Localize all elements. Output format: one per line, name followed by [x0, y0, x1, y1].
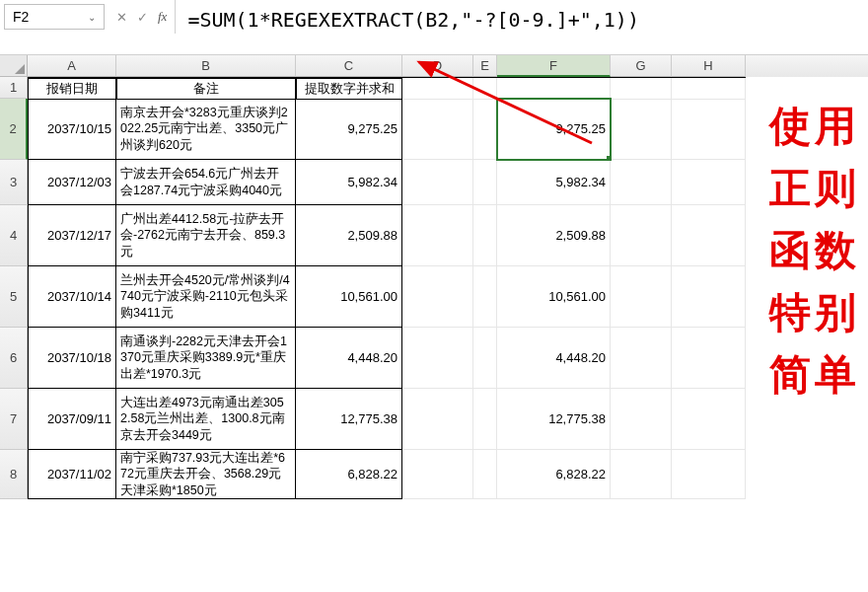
col-header-D[interactable]: D	[402, 55, 473, 77]
formula-bar-row: F2 ⌄ ✕ ✓ fx =SUM(1*REGEXEXTRACT(B2,"-?[0…	[0, 0, 868, 55]
cell-E6[interactable]	[473, 328, 497, 389]
row-headers: 12345678	[0, 77, 28, 499]
column-headers-row: A B C D E F G H	[0, 55, 868, 77]
cell-B5[interactable]: 兰州去开会4520元/常州谈判/4740元宁波采购-2110元包头采购3411元	[116, 266, 296, 328]
cell-F2[interactable]: 9,275.25	[497, 99, 611, 160]
cell-C3[interactable]: 5,982.34	[296, 160, 402, 205]
cell-A5[interactable]: 2037/10/14	[28, 266, 116, 328]
cell-A7[interactable]: 2037/09/11	[28, 389, 116, 450]
cell-C5[interactable]: 10,561.00	[296, 266, 402, 328]
cell-D2[interactable]	[402, 99, 473, 160]
chevron-down-icon[interactable]: ⌄	[88, 12, 96, 23]
cell-H8[interactable]	[672, 450, 746, 499]
row-header-8[interactable]: 8	[0, 450, 28, 499]
cell-G3[interactable]	[611, 160, 672, 205]
cell-B1[interactable]: 备注	[116, 78, 296, 100]
cell-F3[interactable]: 5,982.34	[497, 160, 611, 205]
cell-E2[interactable]	[473, 99, 497, 160]
cell-C1[interactable]: 提取数字并求和	[296, 78, 402, 100]
cell-B3[interactable]: 宁波去开会654.6元广州去开会1287.74元宁波采购4040元	[116, 160, 296, 205]
confirm-formula-icon[interactable]: ✓	[135, 10, 150, 25]
table-row: 2037/12/17广州出差4412.58元-拉萨去开会-2762元南宁去开会、…	[28, 205, 746, 266]
cell-D1[interactable]	[402, 78, 473, 100]
cell-H1[interactable]	[672, 78, 746, 100]
cell-E7[interactable]	[473, 389, 497, 450]
cell-C4[interactable]: 2,509.88	[296, 205, 402, 266]
row-header-7[interactable]: 7	[0, 389, 28, 450]
col-header-C[interactable]: C	[296, 55, 402, 77]
cell-C6[interactable]: 4,448.20	[296, 328, 402, 389]
col-header-E[interactable]: E	[473, 55, 497, 77]
cell-H2[interactable]	[672, 99, 746, 160]
cell-B4[interactable]: 广州出差4412.58元-拉萨去开会-2762元南宁去开会、859.3元	[116, 205, 296, 266]
cell-H5[interactable]	[672, 266, 746, 328]
cell-B2[interactable]: 南京去开会*3283元重庆谈判2022.25元南宁出差、3350元广州谈判620…	[116, 99, 296, 160]
cell-C7[interactable]: 12,775.38	[296, 389, 402, 450]
cell-E1[interactable]	[473, 78, 497, 100]
cell-G8[interactable]	[611, 450, 672, 499]
col-header-F[interactable]: F	[497, 55, 611, 77]
cell-F5[interactable]: 10,561.00	[497, 266, 611, 328]
cells-container: 报销日期备注提取数字并求和2037/10/15南京去开会*3283元重庆谈判20…	[28, 77, 746, 499]
row-header-4[interactable]: 4	[0, 205, 28, 266]
name-box[interactable]: F2 ⌄	[4, 4, 105, 30]
row-header-6[interactable]: 6	[0, 328, 28, 389]
cell-D5[interactable]	[402, 266, 473, 328]
cell-D3[interactable]	[402, 160, 473, 205]
name-box-value: F2	[13, 9, 29, 25]
cell-D7[interactable]	[402, 389, 473, 450]
cell-A8[interactable]: 2037/11/02	[28, 450, 116, 499]
cell-H3[interactable]	[672, 160, 746, 205]
cell-B8[interactable]: 南宁采购737.93元大连出差*672元重庆去开会、3568.29元天津采购*1…	[116, 450, 296, 499]
cell-F7[interactable]: 12,775.38	[497, 389, 611, 450]
col-header-H[interactable]: H	[672, 55, 746, 77]
cell-G5[interactable]	[611, 266, 672, 328]
table-row: 2037/10/18南通谈判-2282元天津去开会1370元重庆采购3389.9…	[28, 328, 746, 389]
cell-A3[interactable]: 2037/12/03	[28, 160, 116, 205]
cell-H4[interactable]	[672, 205, 746, 266]
cell-A2[interactable]: 2037/10/15	[28, 99, 116, 160]
cell-G4[interactable]	[611, 205, 672, 266]
row-header-3[interactable]: 3	[0, 160, 28, 205]
cell-D6[interactable]	[402, 328, 473, 389]
col-header-A[interactable]: A	[28, 55, 116, 77]
cell-D4[interactable]	[402, 205, 473, 266]
formula-text: =SUM(1*REGEXEXTRACT(B2,"-?[0-9.]+",1))	[187, 6, 639, 34]
cell-F8[interactable]: 6,828.22	[497, 450, 611, 499]
cell-E3[interactable]	[473, 160, 497, 205]
row-header-1[interactable]: 1	[0, 77, 28, 99]
fx-icon[interactable]: fx	[156, 9, 169, 25]
cell-C2[interactable]: 9,275.25	[296, 99, 402, 160]
cell-C8[interactable]: 6,828.22	[296, 450, 402, 499]
table-row: 2037/10/15南京去开会*3283元重庆谈判2022.25元南宁出差、33…	[28, 99, 746, 160]
cell-F1[interactable]	[497, 78, 611, 100]
cell-G6[interactable]	[611, 328, 672, 389]
cell-H6[interactable]	[672, 328, 746, 389]
cell-B6[interactable]: 南通谈判-2282元天津去开会1370元重庆采购3389.9元*重庆出差*197…	[116, 328, 296, 389]
table-row: 2037/11/02南宁采购737.93元大连出差*672元重庆去开会、3568…	[28, 450, 746, 499]
row-header-5[interactable]: 5	[0, 266, 28, 328]
cell-G7[interactable]	[611, 389, 672, 450]
cell-G1[interactable]	[611, 78, 672, 100]
cell-A4[interactable]: 2037/12/17	[28, 205, 116, 266]
cell-A6[interactable]: 2037/10/18	[28, 328, 116, 389]
formula-buttons: ✕ ✓ fx	[108, 0, 176, 34]
col-header-B[interactable]: B	[116, 55, 296, 77]
row-header-2[interactable]: 2	[0, 99, 28, 160]
formula-input[interactable]: =SUM(1*REGEXEXTRACT(B2,"-?[0-9.]+",1))	[176, 0, 868, 54]
cell-G2[interactable]	[611, 99, 672, 160]
cell-B7[interactable]: 大连出差4973元南通出差3052.58元兰州出差、1300.8元南京去开会34…	[116, 389, 296, 450]
table-row: 2037/10/14兰州去开会4520元/常州谈判/4740元宁波采购-2110…	[28, 266, 746, 328]
cancel-formula-icon[interactable]: ✕	[114, 10, 129, 25]
cell-E5[interactable]	[473, 266, 497, 328]
cell-E4[interactable]	[473, 205, 497, 266]
cell-F6[interactable]: 4,448.20	[497, 328, 611, 389]
cell-D8[interactable]	[402, 450, 473, 499]
cell-H7[interactable]	[672, 389, 746, 450]
select-all-corner[interactable]	[0, 55, 28, 77]
table-row: 2037/12/03宁波去开会654.6元广州去开会1287.74元宁波采购40…	[28, 160, 746, 205]
cell-F4[interactable]: 2,509.88	[497, 205, 611, 266]
cell-A1[interactable]: 报销日期	[28, 78, 116, 100]
cell-E8[interactable]	[473, 450, 497, 499]
col-header-G[interactable]: G	[611, 55, 672, 77]
